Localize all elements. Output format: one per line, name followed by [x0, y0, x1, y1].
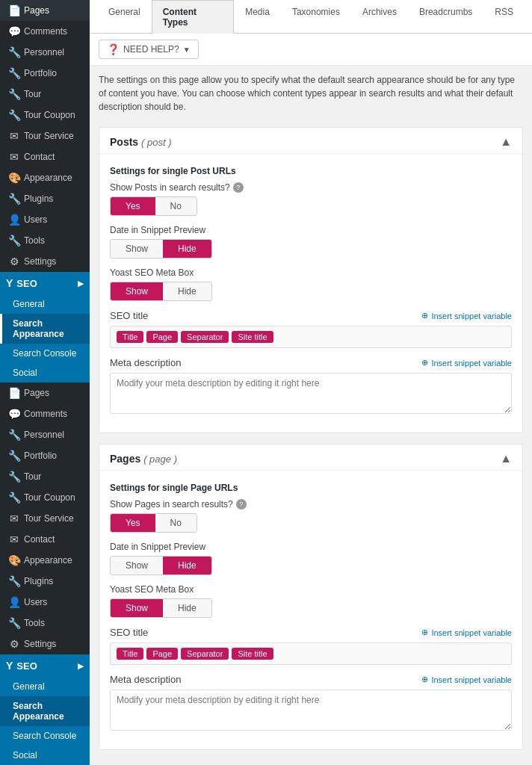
pages-yoast-show-button[interactable]: Show [111, 599, 163, 617]
pages-sub-heading: Settings for single Page URLs [110, 483, 512, 493]
sidebar-item-pages[interactable]: 📄 Pages [0, 0, 90, 21]
seo-menu-header[interactable]: Y SEO ▶ [0, 272, 90, 294]
seo-item-search-console-2[interactable]: Search Console [0, 726, 90, 746]
pages-show-in-search-label: Show Pages in search results? ? [110, 499, 512, 510]
tab-taxonomies[interactable]: Taxonomies [281, 0, 351, 34]
contact2-icon: ✉ [8, 533, 20, 545]
posts-tag-page[interactable]: Page [146, 331, 178, 343]
sidebar-item-contact[interactable]: ✉ Contact [0, 146, 90, 167]
sidebar-item-portfolio[interactable]: 🔧 Portfolio [0, 63, 90, 84]
posts-meta-insert-snippet-button[interactable]: ⊕ Insert snippet variable [421, 358, 512, 368]
seo-item-search-appearance[interactable]: Search Appearance [0, 314, 90, 344]
posts-yoast-toggle: Show Hide [110, 282, 212, 301]
posts-meta-desc-textarea[interactable] [110, 373, 512, 414]
tour-icon: 🔧 [8, 88, 20, 100]
sidebar-item-tools-2[interactable]: 🔧 Tools [0, 613, 90, 634]
sidebar-item-plugins[interactable]: 🔧 Plugins [0, 188, 90, 209]
sidebar-item-appearance[interactable]: 🎨 Appearance [0, 167, 90, 188]
posts-sub-heading: Settings for single Post URLs [110, 166, 512, 176]
posts-show-in-search-group: Show Posts in search results? ? Yes No [110, 182, 512, 216]
tab-archives[interactable]: Archives [351, 0, 408, 34]
posts-collapse-button[interactable]: ▲ [500, 135, 512, 149]
pages-date-hide-button[interactable]: Hide [163, 557, 211, 574]
tab-breadcrumbs[interactable]: Breadcrumbs [408, 0, 483, 34]
sidebar-item-users[interactable]: 👤 Users [0, 209, 90, 230]
pages-tag-page[interactable]: Page [146, 648, 178, 660]
plus-circle3-icon: ⊕ [421, 628, 428, 637]
pages-yoast-meta-label: Yoast SEO Meta Box [110, 584, 512, 595]
seo-menu-header-2[interactable]: Y SEO ▶ [0, 654, 90, 677]
tools-icon: 🔧 [8, 235, 20, 247]
seo-submenu: General Search Appearance Search Console… [0, 294, 90, 382]
tab-content-types[interactable]: Content Types [152, 0, 235, 34]
posts-search-yes-button[interactable]: Yes [111, 197, 155, 215]
posts-yoast-show-button[interactable]: Show [111, 282, 163, 300]
appearance-icon: 🎨 [8, 172, 20, 184]
pages-date-show-button[interactable]: Show [111, 557, 163, 574]
sidebar-item-portfolio-2[interactable]: 🔧 Portfolio [0, 445, 90, 466]
posts-insert-snippet-button[interactable]: ⊕ Insert snippet variable [421, 311, 512, 320]
pages-collapse-button[interactable]: ▲ [500, 452, 512, 465]
pages-tag-site-title[interactable]: Site title [232, 648, 273, 660]
pages-search-yes-button[interactable]: Yes [111, 514, 155, 532]
tab-media[interactable]: Media [234, 0, 281, 34]
seo-item-search-appearance-2[interactable]: Search Appearance [0, 696, 90, 726]
posts-seo-title-tags: Title Page Separator Site title [110, 326, 512, 348]
pages-meta-insert-snippet-button[interactable]: ⊕ Insert snippet variable [421, 675, 512, 684]
seo-item-general[interactable]: General [0, 294, 90, 314]
pages-search-no-button[interactable]: No [155, 514, 197, 532]
pages-tag-title[interactable]: Title [117, 648, 143, 660]
posts-date-snippet-label: Date in Snippet Preview [110, 225, 512, 235]
pages-insert-snippet-button[interactable]: ⊕ Insert snippet variable [421, 628, 512, 637]
posts-search-no-button[interactable]: No [155, 197, 197, 215]
sidebar-item-tour[interactable]: 🔧 Tour [0, 84, 90, 105]
sidebar-item-tour-coupon[interactable]: 🔧 Tour Coupon [0, 105, 90, 126]
pages-date-toggle: Show Hide [110, 556, 212, 575]
seo-item-social[interactable]: Social [0, 363, 90, 382]
sidebar-item-comments[interactable]: 💬 Comments [0, 21, 90, 42]
info-text: The settings on this page allow you to s… [90, 66, 532, 121]
tab-general[interactable]: General [97, 0, 152, 34]
sidebar-item-tour-service-2[interactable]: ✉ Tour Service [0, 508, 90, 529]
main-content: General Content Types Media Taxonomies A… [90, 0, 532, 765]
pages-seo-title-label: SEO title [110, 627, 148, 638]
seo-item-search-console[interactable]: Search Console [0, 344, 90, 363]
pages-section-body: Settings for single Page URLs Show Pages… [99, 471, 522, 749]
need-help-button[interactable]: ❓ NEED HELP? ▼ [99, 40, 199, 59]
sidebar-item-tools[interactable]: 🔧 Tools [0, 230, 90, 251]
sidebar-item-personnel-2[interactable]: 🔧 Personnel [0, 424, 90, 445]
sidebar-item-personnel[interactable]: 🔧 Personnel [0, 42, 90, 63]
sidebar-item-plugins-2[interactable]: 🔧 Plugins [0, 571, 90, 592]
sidebar-item-users-2[interactable]: 👤 Users [0, 592, 90, 613]
tab-rss[interactable]: RSS [483, 0, 525, 34]
seo-item-general-2[interactable]: General [0, 677, 90, 696]
pages-meta-desc-textarea[interactable] [110, 690, 512, 731]
sidebar-item-tour-coupon-2[interactable]: 🔧 Tour Coupon [0, 487, 90, 508]
posts-section-title: Posts ( post ) [110, 136, 172, 148]
sidebar-item-appearance-2[interactable]: 🎨 Appearance [0, 550, 90, 571]
sidebar-item-tour-2[interactable]: 🔧 Tour [0, 466, 90, 487]
pages-tag-separator[interactable]: Separator [181, 648, 229, 660]
posts-tag-site-title[interactable]: Site title [232, 331, 273, 343]
sidebar-item-tour-service[interactable]: ✉ Tour Service [0, 126, 90, 146]
personnel2-icon: 🔧 [8, 429, 20, 441]
sidebar-item-comments-2[interactable]: 💬 Comments [0, 403, 90, 424]
sidebar-item-contact-2[interactable]: ✉ Contact [0, 529, 90, 550]
posts-date-show-button[interactable]: Show [111, 240, 163, 258]
posts-tag-separator[interactable]: Separator [181, 331, 229, 343]
sidebar-item-settings[interactable]: ⚙ Settings [0, 251, 90, 272]
pages-search-help-icon[interactable]: ? [236, 499, 247, 510]
posts-search-help-icon[interactable]: ? [233, 182, 244, 193]
help-circle-icon: ❓ [107, 43, 120, 55]
appearance2-icon: 🎨 [8, 554, 20, 566]
pages-section-card: Pages ( page ) ▲ Settings for single Pag… [99, 444, 523, 750]
settings-icon: ⚙ [8, 255, 20, 267]
pages-yoast-hide-button[interactable]: Hide [163, 599, 211, 617]
posts-tag-title[interactable]: Title [117, 331, 143, 343]
pages-icon: 📄 [8, 4, 20, 16]
posts-date-hide-button[interactable]: Hide [163, 240, 211, 258]
posts-yoast-hide-button[interactable]: Hide [163, 282, 211, 300]
sidebar-item-pages-2[interactable]: 📄 Pages [0, 382, 90, 403]
sidebar-item-settings-2[interactable]: ⚙ Settings [0, 634, 90, 654]
seo-item-social-2[interactable]: Social [0, 746, 90, 765]
